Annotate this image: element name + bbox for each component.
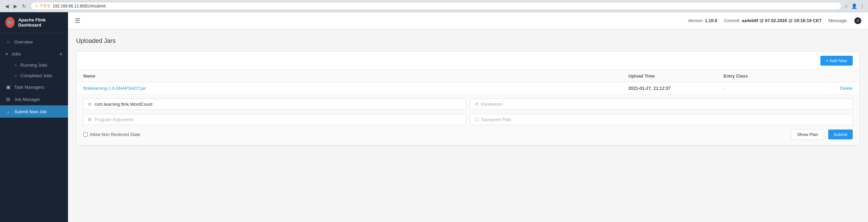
sidebar-label-running-jobs: Running Jobs xyxy=(20,63,48,68)
allow-non-restored-text: Allow Non Restored State xyxy=(90,132,140,137)
app-container: 🐦 Apache Flink Dashboard ○ Overview ≡ Jo… xyxy=(0,12,868,222)
sidebar-label-jobs: Jobs xyxy=(12,51,21,56)
sidebar-item-running-jobs[interactable]: ○ Running Jobs xyxy=(0,60,68,70)
sidebar-item-overview[interactable]: ○ Overview xyxy=(0,36,68,48)
version-label: Version: xyxy=(688,18,704,23)
sidebar-label-completed-jobs: Completed Jobs xyxy=(20,73,52,78)
savepoint-path-field[interactable] xyxy=(481,117,849,122)
entry-class-value: - xyxy=(724,86,819,91)
form-actions: Allow Non Restored State Show Plan Submi… xyxy=(83,129,853,140)
sidebar-item-completed-jobs[interactable]: ○ Completed Jobs xyxy=(0,70,68,81)
uploaded-jars-card: + Add New Name Upload Time Entry Class f… xyxy=(76,51,860,146)
sidebar-item-task-managers[interactable]: ▣ Task Managers xyxy=(0,81,68,93)
sidebar: 🐦 Apache Flink Dashboard ○ Overview ≡ Jo… xyxy=(0,12,68,222)
header-right: Version: 1.10.0 Commit: aa4eb8f @ 07.02.… xyxy=(688,17,861,24)
col-header-name: Name xyxy=(83,73,628,79)
sidebar-item-job-manager[interactable]: ⊞ Job Manager xyxy=(0,93,68,105)
jar-name-link[interactable]: flinklearning-1.0-SNAPSHOT.jar xyxy=(83,86,628,91)
sidebar-item-submit-new-job[interactable]: ↓ Submit New Job xyxy=(0,105,68,118)
hamburger-icon[interactable]: ☰ xyxy=(75,17,80,24)
security-warning: ⚠ 不安全 xyxy=(35,3,51,8)
browser-icons: ☆ 👤 ⋮ xyxy=(844,3,865,9)
parallelism-icon: ↺ xyxy=(475,102,478,107)
sidebar-label-submit-new-job: Submit New Job xyxy=(14,109,47,114)
submit-button[interactable]: Submit xyxy=(828,130,853,139)
col-header-action xyxy=(819,73,853,79)
sidebar-group-jobs: ≡ Jobs ∧ ○ Running Jobs ○ Completed Jobs xyxy=(0,48,68,81)
top-header: ☰ Version: 1.10.0 Commit: aa4eb8f @ 07.0… xyxy=(68,12,868,29)
parallelism-field[interactable] xyxy=(481,102,849,107)
sidebar-title: Apache Flink Dashboard xyxy=(18,17,63,28)
allow-non-restored-checkbox[interactable] xyxy=(83,132,88,137)
completed-jobs-icon: ○ xyxy=(14,73,17,78)
card-header: + Add New xyxy=(76,52,860,70)
sidebar-jobs-header[interactable]: ≡ Jobs ∧ xyxy=(0,48,68,60)
col-header-entry-class: Entry Class xyxy=(724,73,819,79)
program-args-input[interactable]: ⚙ xyxy=(83,114,466,125)
sidebar-label-task-managers: Task Managers xyxy=(14,85,44,90)
bookmark-icon[interactable]: ☆ xyxy=(844,3,849,9)
sidebar-navigation: ○ Overview ≡ Jobs ∧ ○ Running Jobs ○ xyxy=(0,33,68,222)
parallelism-input[interactable]: ↺ xyxy=(470,99,853,110)
jar-submit-form: ⚙ ↺ ⚙ ☐ xyxy=(76,95,860,146)
jobs-icon: ≡ xyxy=(5,51,8,56)
commit-value: aa4eb8f @ 07.02.2020 @ 19:18:19 CET xyxy=(742,18,822,23)
browser-nav-buttons: ◀ ▶ ↻ xyxy=(3,3,28,10)
chevron-up-icon: ∧ xyxy=(59,51,63,56)
right-panel: ☰ Version: 1.10.0 Commit: aa4eb8f @ 07.0… xyxy=(68,12,868,222)
form-row-1: ⚙ ↺ xyxy=(83,99,853,110)
version-info: Version: 1.10.0 xyxy=(688,18,717,23)
address-bar[interactable]: ⚠ 不安全 192.168.66.11:8081/#/submit xyxy=(31,2,841,10)
running-jobs-icon: ○ xyxy=(14,63,17,68)
form-row-2: ⚙ ☐ xyxy=(83,114,853,125)
commit-info: Commit: aa4eb8f @ 07.02.2020 @ 19:18:19 … xyxy=(724,18,822,23)
delete-button[interactable]: Delete xyxy=(819,86,853,91)
flink-logo: 🐦 xyxy=(5,17,15,28)
overview-icon: ○ xyxy=(5,39,11,45)
add-new-button[interactable]: + Add New xyxy=(820,56,853,66)
account-icon[interactable]: 👤 xyxy=(851,3,857,9)
page-title: Uploaded Jars xyxy=(76,37,860,45)
savepoint-icon: ☐ xyxy=(475,117,479,122)
sidebar-label-job-manager: Job Manager xyxy=(14,97,40,102)
task-managers-icon: ▣ xyxy=(5,84,11,90)
sidebar-jobs-left: ≡ Jobs xyxy=(5,51,21,56)
version-value: 1.10.0 xyxy=(705,18,717,23)
browser-bar: ◀ ▶ ↻ ⚠ 不安全 192.168.66.11:8081/#/submit … xyxy=(0,0,868,12)
url-text: 192.168.66.11:8081/#/submit xyxy=(53,4,105,8)
message-info: Message: xyxy=(829,18,848,23)
table-row: flinklearning-1.0-SNAPSHOT.jar 2021-01-2… xyxy=(76,82,860,95)
message-label: Message: xyxy=(829,18,848,23)
program-args-icon: ⚙ xyxy=(88,117,92,122)
forward-button[interactable]: ▶ xyxy=(12,3,19,10)
allow-non-restored-label[interactable]: Allow Non Restored State xyxy=(83,132,140,137)
job-manager-icon: ⊞ xyxy=(5,97,11,102)
sidebar-label-overview: Overview xyxy=(14,39,33,45)
main-content: Uploaded Jars + Add New Name Upload Time… xyxy=(68,29,868,222)
upload-time-value: 2021-01-27, 21:12:37 xyxy=(628,86,724,91)
sidebar-header: 🐦 Apache Flink Dashboard xyxy=(0,12,68,33)
back-button[interactable]: ◀ xyxy=(3,3,11,10)
show-plan-button[interactable]: Show Plan xyxy=(791,129,824,140)
entry-class-input[interactable]: ⚙ xyxy=(83,99,466,110)
program-args-field[interactable] xyxy=(95,117,462,122)
menu-dots-icon[interactable]: ⋮ xyxy=(860,3,865,9)
refresh-button[interactable]: ↻ xyxy=(20,3,28,10)
savepoint-path-input[interactable]: ☐ xyxy=(470,114,853,125)
commit-label: Commit: xyxy=(724,18,741,23)
col-header-upload-time: Upload Time xyxy=(628,73,724,79)
entry-class-icon: ⚙ xyxy=(88,102,92,107)
entry-class-field[interactable] xyxy=(95,102,462,107)
submit-job-icon: ↓ xyxy=(5,109,11,114)
message-badge[interactable]: 0 xyxy=(854,17,861,24)
table-header: Name Upload Time Entry Class xyxy=(76,70,860,82)
